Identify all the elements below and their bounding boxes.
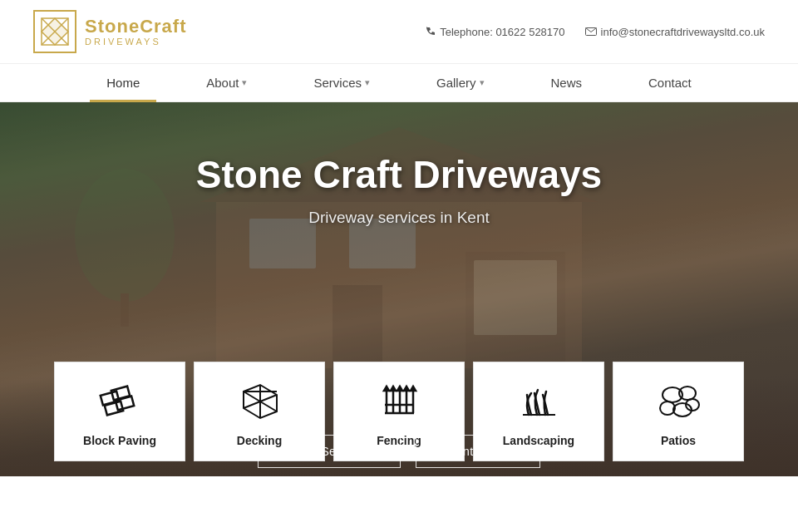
contact-us-button[interactable]: Contact Us [416,435,540,468]
fencing-icon [374,376,424,426]
nav-item-gallery[interactable]: Gallery ▾ [403,64,518,101]
chevron-down-icon: ▾ [480,77,485,88]
action-buttons: More Services Contact Us [0,435,798,468]
hero-title: Stone Craft Driveways [196,152,602,197]
email-info: info@stonecraftdrivewaysltd.co.uk [585,26,765,38]
main-nav: Home About ▾ Services ▾ Gallery ▾ News C… [0,64,798,102]
nav-item-contact[interactable]: Contact [615,64,725,101]
svg-marker-31 [397,387,402,391]
brand-name: StoneCraft [85,17,186,37]
hero-section: Stone Craft Driveways Driveway services … [0,102,798,476]
phone-info: Telephone: 01622 528170 [426,26,564,38]
svg-rect-14 [121,293,129,327]
nav-item-services[interactable]: Services ▾ [280,64,403,101]
header: StoneCraft DRIVEWAYS Telephone: 01622 52… [0,0,798,64]
nav-item-home[interactable]: Home [73,64,173,101]
chevron-down-icon: ▾ [242,77,247,88]
landscaping-icon [514,376,564,426]
nav-item-news[interactable]: News [518,64,616,101]
nav-item-about[interactable]: About ▾ [173,64,280,101]
email-icon [585,27,597,36]
logo[interactable]: StoneCraft DRIVEWAYS [33,10,186,53]
svg-rect-9 [474,260,557,335]
svg-rect-10 [332,285,382,368]
hero-content: Stone Craft Driveways Driveway services … [0,102,798,227]
email-label: info@stonecraftdrivewaysltd.co.uk [601,26,765,38]
decking-icon [234,376,284,426]
phone-label: Telephone: 01622 528170 [440,26,564,38]
more-services-button[interactable]: More Services [258,435,400,468]
svg-marker-33 [404,387,409,391]
patios-icon [653,376,703,426]
brand-sub: DRIVEWAYS [85,37,186,47]
phone-icon [426,27,436,37]
logo-icon [33,10,76,53]
chevron-down-icon: ▾ [365,77,370,88]
block-paving-icon [95,376,145,426]
hero-subtitle: Driveway services in Kent [308,209,490,227]
svg-marker-27 [384,387,389,391]
logo-text: StoneCraft DRIVEWAYS [85,17,186,47]
svg-marker-29 [391,387,396,391]
header-contact: Telephone: 01622 528170 info@stonecraftd… [426,26,765,38]
svg-marker-35 [411,387,416,391]
